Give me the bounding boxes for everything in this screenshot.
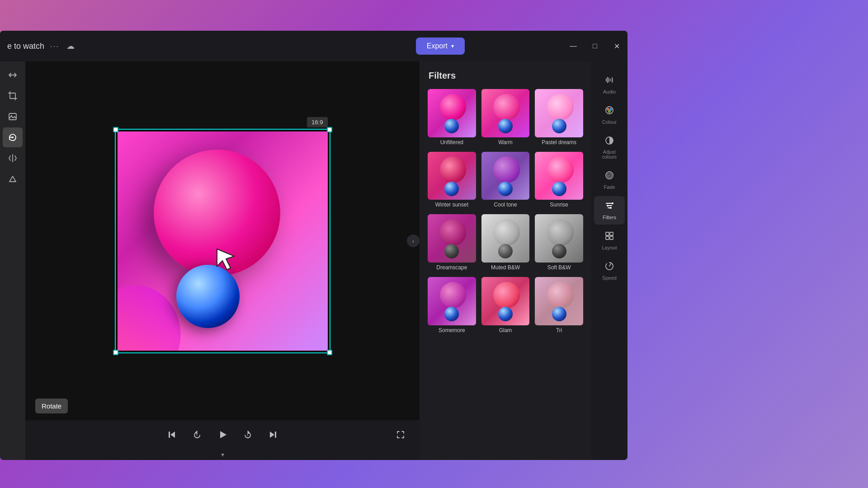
play-button[interactable] [214,427,231,443]
layout-icon [604,231,614,243]
adjust-label: Adjust colours [597,150,622,160]
filter-sunrise[interactable]: Sunrise [534,151,584,210]
bottom-panel-toggle[interactable]: ▾ [221,451,224,458]
svg-text:5: 5 [196,434,198,436]
aspect-ratio-badge: 16:9 [307,117,327,127]
cloud-icon[interactable]: ☁ [64,40,77,52]
filter-warm[interactable]: Warm [481,88,531,147]
main-content: Rotate [0,61,627,460]
skip-forward-button[interactable] [265,427,281,443]
maximize-button[interactable]: □ [584,31,606,61]
app-window: e to watch ⋯ ☁ Export ▾ — □ ✕ [0,31,627,460]
svg-point-12 [608,110,611,113]
filter-thumb-unfiltered [428,89,476,137]
filter-pastel[interactable]: Pastel dreams [534,88,584,147]
filter-thumb-sunrise [535,152,583,200]
filter-dreamscape[interactable]: Dreamscape [427,213,477,272]
filter-thumb-mutedbw [481,214,530,263]
filters-title: Filters [420,61,591,86]
filter-thumb-softbw [535,214,583,263]
filter-row4b[interactable]: Glam [481,276,531,335]
flip-tool-button[interactable] [3,65,23,85]
filter-unfiltered[interactable]: Unfiltered [427,88,477,147]
sidebar-speed[interactable]: Speed [594,257,625,285]
sidebar-filters[interactable]: Filters [594,196,625,225]
export-button[interactable]: Export ▾ [416,38,465,55]
filter-label-row4c: Tri [556,327,562,333]
shape-tool-button[interactable] [3,169,23,189]
window-controls: — □ ✕ [562,31,627,61]
audio-icon [604,75,614,87]
svg-point-16 [609,174,610,176]
svg-point-19 [610,207,612,209]
svg-point-10 [607,108,609,111]
filter-label-mutedbw: Muted B&W [491,264,520,271]
filter-thumb-cool [481,152,530,200]
filter-row4c[interactable]: Tri [534,276,584,335]
filter-thumb-winter [428,152,476,200]
expand-panel-button[interactable]: › [407,235,420,247]
svg-rect-0 [10,93,15,99]
speed-label: Speed [602,275,617,281]
close-button[interactable]: ✕ [606,31,627,61]
svg-rect-22 [606,236,609,239]
mirror-tool-button[interactable] [3,148,23,168]
image-tool-button[interactable] [3,107,23,127]
rotate-tool-button[interactable] [3,127,23,147]
svg-rect-8 [275,432,276,438]
titlebar: e to watch ⋯ ☁ Export ▾ — □ ✕ [0,31,627,61]
svg-point-15 [607,173,612,178]
svg-point-11 [609,108,612,111]
filter-winter[interactable]: Winter sunset [427,151,477,210]
filters-panel: Filters Unfiltered [420,61,591,460]
big-ball-decoration [154,150,280,276]
more-options-icon[interactable]: ⋯ [50,41,59,52]
video-frame [118,131,328,351]
filter-label-winter: Winter sunset [435,202,468,208]
small-ball-decoration [176,265,240,328]
sidebar-audio[interactable]: Audio [594,70,625,99]
fullscreen-button[interactable] [392,427,409,443]
playback-bar: 5 5 [25,420,420,449]
skip-back-button[interactable] [164,427,180,443]
filter-label-unfiltered: Unfiltered [440,139,463,145]
rewind-button[interactable]: 5 [189,427,205,443]
svg-rect-5 [169,432,170,438]
minimize-button[interactable]: — [562,31,584,61]
sidebar-fade[interactable]: Fade [594,166,625,194]
adjust-icon [604,136,614,148]
svg-point-3 [12,136,14,138]
sidebar-layout[interactable]: Layout [594,226,625,255]
right-sidebar: Audio Colour Adjust colours Fade [591,61,627,460]
filter-thumb-pastel [535,89,583,137]
filter-label-row4a: Somemore [439,327,465,333]
window-title: e to watch [7,42,44,51]
layout-label: Layout [602,245,617,250]
svg-rect-23 [610,236,613,239]
colour-icon [604,105,614,117]
filter-label-dreamscape: Dreamscape [436,264,467,271]
svg-point-17 [612,202,613,204]
svg-rect-21 [610,232,613,235]
sidebar-adjust[interactable]: Adjust colours [594,131,625,164]
filter-label-pastel: Pastel dreams [542,139,576,145]
canvas-area: 16:9 › [25,61,420,449]
crop-tool-button[interactable] [3,86,23,106]
filter-mutedbw[interactable]: Muted B&W [481,213,531,272]
svg-point-18 [607,205,609,206]
filter-softbw[interactable]: Soft B&W [534,213,584,272]
filter-row4a[interactable]: Somemore [427,276,477,335]
export-chevron-icon: ▾ [451,43,454,49]
audio-label: Audio [603,89,616,94]
filter-label-softbw: Soft B&W [547,264,571,271]
fade-icon [604,170,614,183]
canvas-wrapper: 16:9 › [25,61,420,420]
video-preview[interactable]: 16:9 [118,131,328,351]
left-toolbar [0,61,25,460]
fast-forward-button[interactable]: 5 [240,427,256,443]
filter-cool[interactable]: Cool tone [481,151,531,210]
filter-thumb-dreamscape [428,214,476,263]
filter-thumb-row4a [428,277,476,325]
filter-thumb-row4b [481,277,530,325]
sidebar-colour[interactable]: Colour [594,101,625,129]
